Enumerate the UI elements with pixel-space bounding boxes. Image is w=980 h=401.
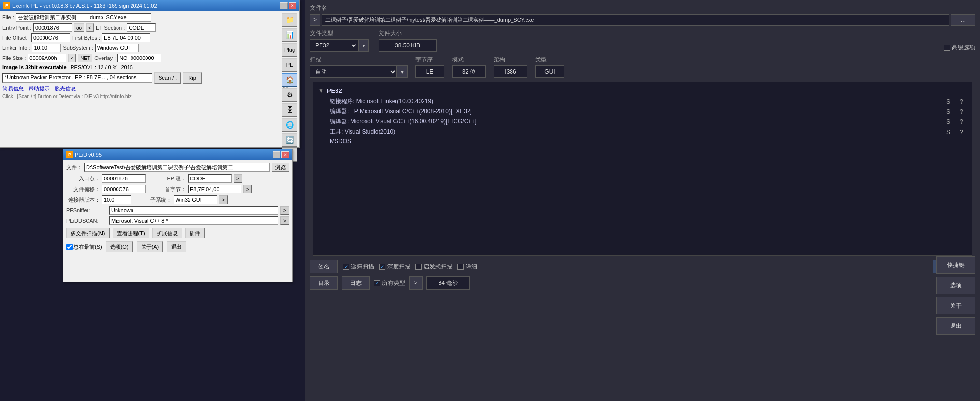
dots-btn[interactable]: ... — [951, 14, 975, 26]
file-offset-label: File Offset : — [2, 35, 29, 41]
peid-firstbyte-input[interactable] — [188, 185, 241, 193]
byte-order-label: 字节序 — [415, 56, 444, 64]
arrow-btn[interactable]: > — [409, 276, 423, 290]
peid-exit-btn[interactable]: 退出 — [167, 241, 186, 252]
file-input[interactable] — [16, 13, 151, 22]
tree-s-0: S — [946, 98, 956, 105]
toolbar-home-btn[interactable]: 🏠 — [282, 73, 297, 87]
lt-btn[interactable]: < — [86, 23, 94, 32]
scan-dropdown-btn[interactable]: ▼ — [397, 65, 408, 78]
net-btn[interactable]: NET — [78, 54, 92, 62]
toolbar-gear-btn[interactable]: ⚙ — [282, 88, 297, 102]
peid-check-process-btn[interactable]: 查看进程(T) — [113, 228, 149, 238]
peid-minimize-btn[interactable]: ─ — [273, 151, 280, 158]
rip-btn[interactable]: Rip — [183, 72, 202, 84]
overlay-label: Overlay : — [94, 55, 116, 61]
peid-sniffer-input[interactable] — [109, 206, 278, 215]
linker-input[interactable] — [32, 44, 61, 52]
file-label: File : — [2, 15, 14, 20]
toolbar-web-btn[interactable]: 🌐 — [282, 118, 297, 132]
peid-offset-input[interactable] — [102, 185, 146, 193]
all-types-checkbox[interactable] — [374, 280, 380, 286]
subsystem-input[interactable] — [95, 44, 139, 52]
shortcut-btn[interactable]: 快捷键 — [936, 256, 975, 274]
options-btn[interactable]: 选项 — [936, 277, 975, 294]
log-btn[interactable]: 日志 — [342, 276, 370, 290]
toolbar-chart-btn[interactable]: 📊 — [282, 28, 297, 42]
peid-title: PEiD v0.95 — [75, 152, 102, 158]
tree-toggle[interactable]: ▼ — [318, 88, 324, 94]
file-name-label: 文件名 — [310, 4, 975, 12]
tree-s-3: S — [946, 129, 956, 135]
toolbar-plugin-btn[interactable]: Plug — [282, 43, 297, 57]
recursive-label: 递归扫描 — [351, 263, 374, 271]
tree-child-1: 编译器: EP:Microsoft Visual C/C++(2008-2010… — [330, 107, 967, 116]
tree-child-label-2: 编译器: Microsoft Visual C/C++(16.00.40219)… — [330, 118, 942, 126]
detail-checkbox[interactable] — [457, 264, 464, 270]
tree-child-3: 工具: Visual Studio(2010) S ? — [330, 128, 967, 136]
trigger-label: 启发式扫描 — [424, 263, 453, 271]
tree-q-1: ? — [960, 108, 967, 115]
advanced-checkbox[interactable] — [944, 45, 950, 51]
tree-s-2: S — [946, 119, 956, 125]
recursive-checkbox[interactable] — [343, 264, 349, 270]
peid-ddsscan-arrow-btn[interactable]: > — [280, 216, 289, 225]
toolbar-db-btn[interactable]: 🗄 — [282, 103, 297, 117]
file-offset-input[interactable] — [31, 33, 70, 42]
about-btn[interactable]: 关于 — [936, 297, 975, 314]
peid-subsystem-arrow-btn[interactable]: > — [219, 195, 228, 204]
type-field — [535, 65, 564, 78]
peid-firstbyte-arrow-btn[interactable]: > — [243, 185, 252, 193]
toolbar-pe-btn[interactable]: PE — [282, 58, 297, 72]
minimize-btn[interactable]: ─ — [280, 2, 288, 9]
first-bytes-input[interactable] — [102, 33, 150, 42]
peid-file-label: 文件： — [66, 164, 82, 171]
file-type-dropdown-btn[interactable]: ▼ — [358, 39, 369, 52]
exeinfo-titlebar: E Exeinfo PE - ver.0.0.8.3 by A.S.L - 11… — [0, 0, 299, 11]
advanced-options-container: 高级选项 — [944, 44, 975, 52]
file-type-select[interactable]: PE32 — [310, 39, 358, 52]
peid-extend-btn[interactable]: 扩展信息 — [152, 228, 182, 238]
ep-input[interactable] — [33, 23, 72, 32]
deep-checkbox[interactable] — [379, 264, 385, 270]
tree-q-3: ? — [960, 129, 967, 135]
sign-btn[interactable]: 签名 — [310, 260, 338, 273]
peid-plugin-btn[interactable]: 插件 — [185, 228, 205, 238]
peid-linker-input[interactable] — [102, 195, 131, 204]
toolbar-refresh-btn[interactable]: 🔄 — [282, 133, 297, 147]
trigger-checkbox[interactable] — [415, 264, 422, 270]
peid-ep-arrow-btn[interactable]: > — [234, 174, 242, 183]
path-chevron-btn[interactable]: > — [310, 14, 320, 26]
peid-browse-btn[interactable]: 浏览 — [272, 163, 289, 172]
lt2-btn[interactable]: < — [68, 54, 76, 62]
filesize-input[interactable] — [28, 54, 66, 62]
dir-btn[interactable]: 目录 — [310, 276, 338, 290]
file-type-label: 文件类型 — [310, 30, 369, 38]
peid-check-first-checkbox[interactable] — [66, 244, 73, 250]
close-btn[interactable]: ✕ — [289, 2, 296, 9]
linker-label: Linker Info : — [2, 45, 30, 51]
type-label: 类型 — [535, 56, 564, 64]
peid-file-input[interactable] — [84, 163, 270, 172]
path-field[interactable] — [322, 14, 949, 26]
scan-t-btn[interactable]: Scan / t — [154, 72, 181, 84]
peid-ddsscan-input[interactable] — [109, 216, 278, 225]
oo-btn[interactable]: oo — [74, 23, 84, 32]
overlay-input[interactable] — [117, 54, 161, 62]
peid-multi-scan-btn[interactable]: 多文件扫描(M) — [66, 228, 110, 238]
peid-about-btn[interactable]: 关于(A) — [137, 241, 163, 252]
peid-offset-label: 文件偏移： — [66, 186, 100, 193]
peid-entry-input[interactable] — [102, 174, 146, 183]
scan-type-select[interactable]: 自动 — [310, 65, 397, 78]
tree-child-0: 链接程序: Microsoft Linker(10.00.40219) S ? — [330, 97, 967, 105]
peid-sniffer-arrow-btn[interactable]: > — [280, 206, 289, 215]
file-size-field — [379, 39, 437, 52]
peid-close-btn[interactable]: ✕ — [281, 151, 289, 158]
ep-section-input[interactable] — [127, 23, 156, 32]
peid-ep-input[interactable] — [188, 174, 232, 183]
peid-options-btn[interactable]: 选项(O) — [106, 241, 133, 252]
peid-subsystem-input[interactable] — [174, 195, 217, 204]
peid-check-first-label[interactable]: 总在最前(S) — [66, 243, 102, 251]
exit-btn[interactable]: 退出 — [936, 317, 975, 335]
toolbar-folder-btn[interactable]: 📁 — [282, 13, 297, 27]
